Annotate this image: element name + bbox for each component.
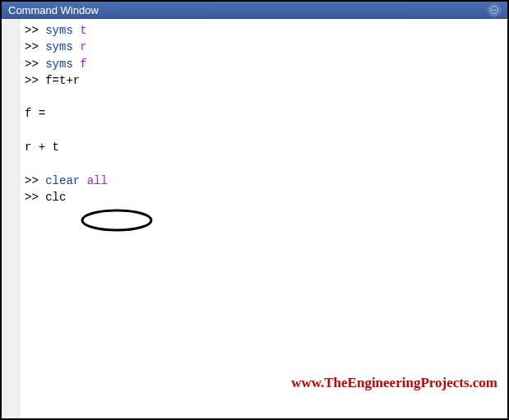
window-title: Command Window bbox=[8, 4, 99, 16]
titlebar: Command Window bbox=[2, 2, 507, 19]
code-token bbox=[25, 90, 31, 104]
command-line bbox=[25, 155, 502, 172]
code-token: r + t bbox=[25, 141, 59, 154]
command-line: >> syms r bbox=[25, 39, 502, 55]
code-token bbox=[73, 58, 80, 71]
command-line: >> syms t bbox=[25, 22, 502, 39]
code-token: clc bbox=[45, 191, 66, 204]
code-token bbox=[80, 174, 86, 187]
code-token: clear bbox=[45, 174, 80, 187]
prompt: >> bbox=[25, 24, 45, 37]
svg-point-1 bbox=[82, 210, 151, 230]
prompt: >> bbox=[25, 174, 45, 187]
code-token bbox=[25, 157, 31, 170]
command-line: >> syms f bbox=[25, 56, 502, 72]
code-token: f = bbox=[25, 107, 45, 120]
watermark-link[interactable]: www.TheEngineeringProjects.com bbox=[291, 375, 497, 390]
svg-point-0 bbox=[491, 7, 498, 14]
code-token: syms bbox=[45, 24, 73, 37]
code-token bbox=[73, 40, 80, 53]
prompt: >> bbox=[25, 58, 45, 71]
command-line: >> f=t+r bbox=[25, 72, 502, 89]
command-line: f = bbox=[25, 105, 502, 122]
code-token: t bbox=[80, 24, 86, 37]
chevron-down-circle-icon bbox=[490, 6, 498, 14]
command-line: >> clear all bbox=[25, 173, 502, 189]
window-menu-button[interactable] bbox=[488, 3, 501, 16]
code-token: syms bbox=[45, 58, 73, 71]
code-token: f bbox=[80, 58, 86, 71]
gutter bbox=[2, 19, 20, 418]
command-line bbox=[25, 89, 502, 105]
code-token: f=t+r bbox=[45, 74, 80, 87]
watermark: www.TheEngineeringProjects.com bbox=[263, 353, 497, 413]
command-line: r + t bbox=[25, 139, 502, 155]
command-line bbox=[25, 122, 502, 139]
command-content[interactable]: >> syms t>> syms r>> syms f>> f=t+r f = … bbox=[20, 19, 507, 418]
code-token bbox=[73, 24, 80, 37]
prompt: >> bbox=[25, 40, 45, 53]
code-token: r bbox=[80, 40, 86, 53]
command-line: >> clc bbox=[25, 189, 502, 205]
code-token: all bbox=[87, 174, 108, 187]
code-token bbox=[25, 124, 31, 137]
prompt: >> bbox=[25, 74, 45, 87]
body-area: >> syms t>> syms r>> syms f>> f=t+r f = … bbox=[2, 19, 507, 418]
prompt: >> bbox=[25, 191, 45, 204]
code-token: syms bbox=[45, 40, 73, 53]
command-window: Command Window >> syms t>> syms r>> syms… bbox=[2, 2, 507, 418]
